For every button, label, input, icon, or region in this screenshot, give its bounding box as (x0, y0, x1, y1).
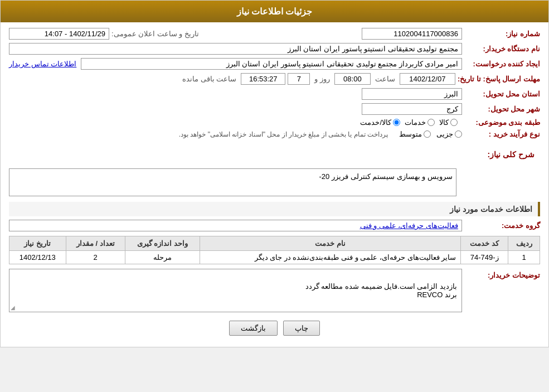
rooz-label: روز و (312, 75, 332, 83)
ostan-row: استان محل تحویل: البرز (9, 88, 540, 100)
radio-kala-khadamat-label: کالا/خدمت (360, 118, 391, 127)
table-header-row: ردیف کد خدمت نام خدمت واحد اندازه گیری ت… (9, 236, 540, 251)
tabaqe-label: طبقه بندی موضوعی: (462, 118, 540, 127)
radio-motavaset-label: متوسط (399, 130, 422, 138)
col-vahed: واحد اندازه گیری (125, 236, 200, 251)
tarikh-value: 1402/11/29 - 14:07 (9, 28, 109, 40)
saat-value: 08:00 (334, 73, 371, 85)
cell-tedad: 2 (66, 251, 125, 264)
col-tarikh: تاریخ نیاز (9, 236, 66, 251)
radio-jozii-label: جزیی (436, 130, 453, 138)
radio-kala-label: کالا (439, 118, 449, 127)
sharh-row: شرح کلی نیاز: (9, 142, 540, 165)
mohlat-row: مهلت ارسال پاسخ: تا تاریخ: 1402/12/07 سا… (9, 73, 540, 85)
nowf-description: پرداخت تمام یا بخشی از مبلغ خریدار از مح… (179, 130, 388, 138)
table-row: 1 ز-749-74 سایر فعالیت‌های حرفه‌ای، علمی… (9, 251, 540, 264)
grooh-value[interactable]: فعالیت‌های حرفه‌ای، علمی و فنی (9, 220, 462, 231)
nowf-options: جزیی متوسط پرداخت تمام یا بخشی از مبلغ خ… (179, 130, 462, 138)
page-title: جزئیات اطلاعات نیاز (237, 7, 313, 16)
shomara-row: شماره نیاز: 1102004117000836 تاریخ و ساع… (9, 28, 540, 40)
page-wrapper: جزئیات اطلاعات نیاز شماره نیاز: 11020041… (0, 0, 549, 347)
ostan-label: استان محل تحویل: (462, 90, 540, 98)
tawsiyat-value: بازدید الزامی است.فایل ضمیمه شده مطالعه … (9, 269, 462, 312)
tamas-link[interactable]: اطلاعات تماس خریدار (9, 60, 76, 68)
col-tedad: تعداد / مقدار (66, 236, 125, 251)
bazgasht-button[interactable]: بازگشت (229, 321, 278, 336)
tawsiyat-label: توضیحات خریدار: (462, 269, 540, 279)
radio-kala-option[interactable]: کالا (439, 118, 458, 127)
dastgah-value: مجتمع تولیدی تحقیقاتی انستیتو پاستور ایر… (9, 43, 462, 55)
tawsiyat-row: توضیحات خریدار: بازدید الزامی است.فایل ض… (9, 269, 540, 312)
ostan-value: البرز (362, 88, 462, 100)
services-table: ردیف کد خدمت نام خدمت واحد اندازه گیری ت… (9, 236, 540, 264)
col-radif: ردیف (508, 236, 540, 251)
ijad-row: ایجاد کننده درخواست: امیر مرادی کاربرداز… (9, 58, 540, 70)
tabaqe-row: طبقه بندی موضوعی: کالا خدمات کالا/خدمت (9, 118, 540, 127)
sharh-area: سرویس و بهسازی سیستم کنترلی فریزر 20- (9, 168, 540, 196)
mande-value: 16:53:27 (241, 73, 285, 85)
nowf-row: نوع فرآیند خرید : جزیی متوسط پرداخت تمام… (9, 130, 540, 138)
dastgah-row: نام دستگاه خریدار: مجتمع تولیدی تحقیقاتی… (9, 43, 540, 55)
dastgah-label: نام دستگاه خریدار: (462, 45, 540, 53)
radio-kala-khadamat-option[interactable]: کالا/خدمت (360, 118, 400, 127)
cell-vahed: مرحله (125, 251, 200, 264)
shomara-value: 1102004117000836 (362, 28, 462, 40)
grooh-label: گروه خدمت: (462, 221, 540, 230)
mande-label: ساعت باقی مانده (180, 75, 239, 83)
tarikh-label: تاریخ و ساعت اعلان عمومی: (109, 30, 201, 38)
ijad-value: امیر مرادی کاربرداز مجتمع تولیدی تحقیقات… (81, 58, 462, 70)
col-kod: کد خدمت (461, 236, 508, 251)
radio-jozii-option[interactable]: جزیی (436, 130, 462, 138)
col-name: نام خدمت (200, 236, 460, 251)
radio-kala-input[interactable] (450, 119, 458, 126)
services-table-section: ردیف کد خدمت نام خدمت واحد اندازه گیری ت… (9, 236, 540, 264)
cell-kod: ز-749-74 (461, 251, 508, 264)
shahr-value: کرج (362, 103, 462, 115)
cell-name: سایر فعالیت‌های حرفه‌ای، علمی و فنی طبقه… (200, 251, 460, 264)
date-value: 1402/12/07 (400, 73, 455, 85)
page-header: جزئیات اطلاعات نیاز (1, 1, 548, 22)
ijad-label: ایجاد کننده درخواست: (462, 60, 540, 68)
grooh-row: گروه خدمت: فعالیت‌های حرفه‌ای، علمی و فن… (9, 220, 540, 231)
radio-kala-khadamat-input[interactable] (393, 119, 400, 126)
shahr-label: شهر محل تحویل: (462, 105, 540, 113)
cell-radif: 1 (508, 251, 540, 264)
radio-khadamat-label: خدمات (405, 118, 426, 127)
sharh-value: سرویس و بهسازی سیستم کنترلی فریزر 20- (9, 168, 456, 196)
cell-tarikh: 1402/12/13 (9, 251, 66, 264)
radio-motavaset-option[interactable]: متوسط (399, 130, 431, 138)
sharh-section-title: شرح کلی نیاز: (462, 147, 540, 162)
chap-button[interactable]: چاپ (283, 321, 320, 336)
radio-khadamat-option[interactable]: خدمات (405, 118, 435, 127)
radio-jozii-input[interactable] (455, 130, 462, 138)
rooz-value: 7 (288, 73, 310, 85)
radio-khadamat-input[interactable] (427, 119, 435, 126)
sharh-container: سرویس و بهسازی سیستم کنترلی فریزر 20- (9, 168, 540, 196)
content-area: شماره نیاز: 1102004117000836 تاریخ و ساع… (1, 22, 548, 347)
nowf-label: نوع فرآیند خرید : (462, 130, 540, 138)
radio-motavaset-input[interactable] (424, 130, 431, 138)
button-row: چاپ بازگشت (9, 321, 540, 336)
resize-icon: ◢ (11, 304, 15, 311)
shomara-label: شماره نیاز: (462, 30, 540, 38)
shahr-row: شهر محل تحویل: کرج (9, 103, 540, 115)
khadamat-section-title: اطلاعات خدمات مورد نیاز (9, 202, 540, 216)
mohlat-label: مهلت ارسال پاسخ: تا تاریخ: (458, 75, 540, 83)
saat-label: ساعت (373, 75, 397, 83)
